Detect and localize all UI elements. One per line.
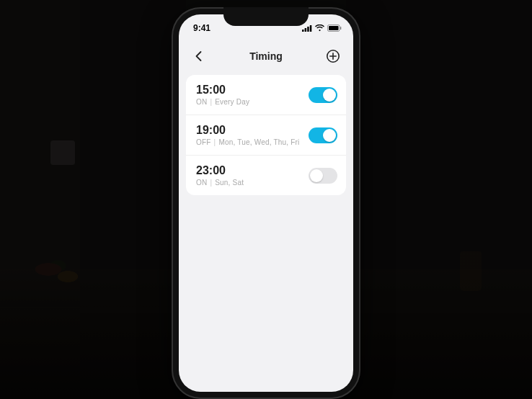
svg-rect-2 [307, 27, 309, 32]
schedule-info: 15:00 ON|Every Day [196, 84, 249, 106]
schedule-toggle[interactable] [309, 168, 337, 184]
signal-icon [302, 24, 312, 32]
toggle-knob [323, 89, 336, 102]
svg-rect-0 [302, 30, 304, 32]
status-indicators [302, 24, 342, 32]
phone-notch [223, 7, 309, 26]
schedule-days: Mon, Tue, Wed, Thu, Fri [218, 138, 299, 146]
nav-bar: Timing [179, 42, 353, 71]
schedule-row[interactable]: 19:00 OFF|Mon, Tue, Wed, Thu, Fri [186, 115, 346, 156]
schedule-sub: OFF|Mon, Tue, Wed, Thu, Fri [196, 138, 299, 146]
schedule-days: Sun, Sat [215, 179, 244, 187]
schedule-toggle[interactable] [309, 87, 337, 103]
schedule-days: Every Day [215, 98, 249, 106]
schedule-list: 15:00 ON|Every Day 19:00 OFF|Mon, Tue, W… [186, 75, 346, 195]
schedule-row[interactable]: 23:00 ON|Sun, Sat [186, 156, 346, 195]
plus-circle-icon [326, 49, 340, 63]
back-button[interactable] [189, 46, 209, 66]
schedule-sub: ON|Every Day [196, 98, 249, 106]
status-time: 9:41 [193, 23, 210, 33]
schedule-time: 19:00 [196, 124, 299, 137]
page-title: Timing [209, 50, 323, 62]
schedule-toggle[interactable] [309, 127, 337, 143]
toggle-knob [323, 129, 336, 142]
toggle-knob [310, 169, 323, 182]
schedule-info: 19:00 OFF|Mon, Tue, Wed, Thu, Fri [196, 124, 299, 146]
schedule-time: 15:00 [196, 84, 249, 97]
svg-rect-3 [310, 25, 312, 32]
phone-frame: 9:41 Timing 15:00 ON|Every Day [172, 7, 360, 399]
battery-icon [327, 24, 342, 32]
schedule-row[interactable]: 15:00 ON|Every Day [186, 75, 346, 115]
svg-rect-1 [305, 28, 307, 32]
wifi-icon [315, 24, 324, 32]
svg-rect-6 [340, 27, 341, 30]
schedule-info: 23:00 ON|Sun, Sat [196, 164, 244, 187]
schedule-action: ON [196, 98, 207, 106]
schedule-action: ON [196, 179, 207, 187]
svg-rect-5 [329, 26, 339, 30]
add-button[interactable] [323, 46, 343, 66]
schedule-time: 23:00 [196, 164, 244, 177]
chevron-left-icon [192, 50, 205, 63]
phone-screen: 9:41 Timing 15:00 ON|Every Day [179, 14, 353, 392]
schedule-sub: ON|Sun, Sat [196, 179, 244, 187]
schedule-action: OFF [196, 138, 211, 146]
